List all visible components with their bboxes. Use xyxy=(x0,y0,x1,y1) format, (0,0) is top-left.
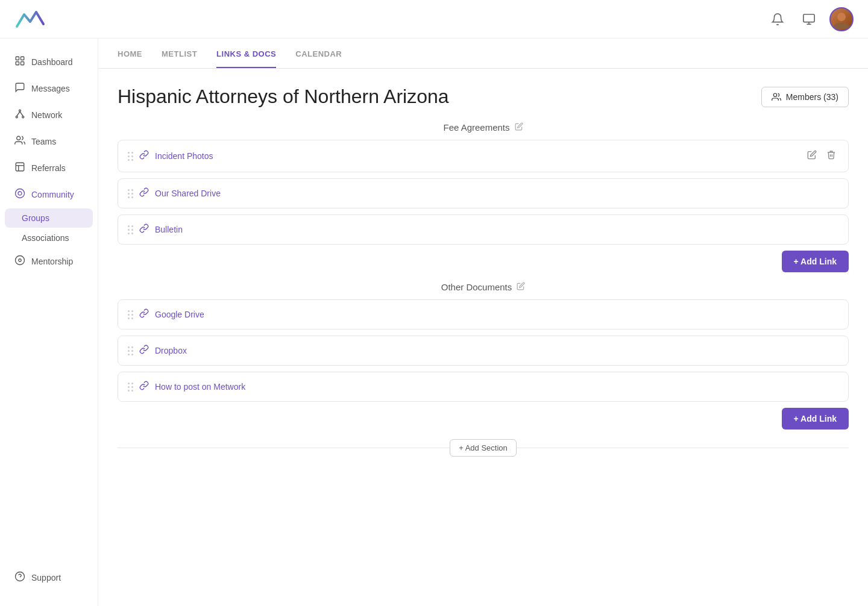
svg-point-3 xyxy=(837,13,846,21)
svg-rect-6 xyxy=(16,62,19,65)
link-google-drive-label: Google Drive xyxy=(155,310,204,319)
link-row-bulletin[interactable]: Bulletin xyxy=(118,214,849,245)
svg-line-12 xyxy=(20,111,23,116)
edit-link-button[interactable] xyxy=(805,149,819,163)
section-fee-agreements: Fee Agreements xyxy=(118,122,849,272)
link-row-our-shared-drive[interactable]: Our Shared Drive xyxy=(118,178,849,208)
link-row-left: Google Drive xyxy=(128,308,204,320)
link-chain-icon xyxy=(139,345,149,357)
app-logo[interactable] xyxy=(14,7,46,31)
tab-metlist[interactable]: METLIST xyxy=(162,39,197,68)
tab-navigation: HOME METLIST LINKS & DOCS CALENDAR xyxy=(98,39,868,69)
delete-link-button[interactable] xyxy=(824,149,838,163)
sidebar: Dashboard Messages xyxy=(0,39,98,606)
link-row-incident-photos[interactable]: Incident Photos xyxy=(118,140,849,172)
link-row-left: How to post on Metwork xyxy=(128,381,245,393)
messages-icon xyxy=(14,82,25,95)
sidebar-top: Dashboard Messages xyxy=(0,48,98,275)
svg-point-17 xyxy=(16,256,25,265)
teams-icon xyxy=(14,135,25,148)
link-row-left: Our Shared Drive xyxy=(128,187,221,199)
section-fee-agreements-edit-icon[interactable] xyxy=(515,122,523,133)
svg-point-18 xyxy=(19,259,22,262)
drag-handle[interactable] xyxy=(128,383,133,392)
add-link-button-1[interactable]: + Add Link xyxy=(782,251,849,272)
sidebar-bottom: Support xyxy=(0,564,98,596)
members-button[interactable]: Members (33) xyxy=(761,87,849,107)
sidebar-item-community[interactable]: Community xyxy=(5,182,93,207)
tab-home[interactable]: HOME xyxy=(118,39,142,68)
screen-button[interactable] xyxy=(798,8,820,30)
sidebar-network-label: Network xyxy=(31,110,62,120)
topnav-actions xyxy=(767,7,854,31)
page-title: Hispanic Attorneys of Northern Arizona xyxy=(118,86,449,108)
section-other-documents-header: Other Documents xyxy=(118,282,849,292)
link-row-left: Dropbox xyxy=(128,345,187,357)
sidebar-dashboard-label: Dashboard xyxy=(31,57,73,67)
tab-links-docs[interactable]: LINKS & DOCS xyxy=(216,39,276,68)
section-fee-agreements-label: Fee Agreements xyxy=(443,122,509,133)
add-section-button[interactable]: + Add Section xyxy=(450,439,517,457)
svg-point-21 xyxy=(773,93,776,96)
svg-point-15 xyxy=(16,189,25,198)
svg-point-16 xyxy=(18,192,22,195)
main-layout: Dashboard Messages xyxy=(0,39,868,606)
members-button-label: Members (33) xyxy=(786,92,838,102)
svg-rect-4 xyxy=(16,57,19,60)
sidebar-teams-label: Teams xyxy=(31,137,56,146)
referrals-icon xyxy=(14,161,25,175)
svg-rect-5 xyxy=(21,57,24,60)
top-navigation xyxy=(0,0,868,39)
sidebar-subitem-groups[interactable]: Groups xyxy=(5,208,93,228)
svg-line-11 xyxy=(17,111,20,116)
sidebar-item-teams[interactable]: Teams xyxy=(5,129,93,154)
sidebar-item-mentorship[interactable]: Mentorship xyxy=(5,249,93,274)
link-row-how-to-post[interactable]: How to post on Metwork xyxy=(118,372,849,402)
link-bulletin-label: Bulletin xyxy=(155,225,183,234)
section-other-documents-label: Other Documents xyxy=(441,282,512,292)
svg-point-19 xyxy=(16,572,25,581)
link-chain-icon xyxy=(139,308,149,320)
section-other-documents: Other Documents xyxy=(118,282,849,430)
link-row-actions xyxy=(805,149,838,163)
add-section-container: + Add Section xyxy=(118,439,849,457)
dashboard-icon xyxy=(14,55,25,69)
sidebar-item-referrals[interactable]: Referrals xyxy=(5,155,93,181)
add-link-button-2[interactable]: + Add Link xyxy=(782,408,849,430)
sidebar-community-label: Community xyxy=(31,190,74,199)
sidebar-associations-label: Associations xyxy=(22,233,69,243)
drag-handle[interactable] xyxy=(128,225,133,234)
tab-calendar[interactable]: CALENDAR xyxy=(295,39,342,68)
sidebar-support-label: Support xyxy=(31,573,61,583)
link-row-dropbox[interactable]: Dropbox xyxy=(118,336,849,366)
link-row-left: Bulletin xyxy=(128,223,183,236)
link-chain-icon xyxy=(139,187,149,199)
link-chain-icon xyxy=(139,381,149,393)
drag-handle[interactable] xyxy=(128,152,133,161)
page-content: Hispanic Attorneys of Northern Arizona M… xyxy=(98,69,868,483)
members-icon xyxy=(772,92,781,102)
add-link-container-2: + Add Link xyxy=(118,408,849,430)
drag-handle[interactable] xyxy=(128,310,133,319)
notification-button[interactable] xyxy=(767,8,788,30)
link-row-left: Incident Photos xyxy=(128,150,213,162)
sidebar-item-support[interactable]: Support xyxy=(5,565,93,590)
add-section-line-left xyxy=(118,448,450,448)
link-how-to-post-label: How to post on Metwork xyxy=(155,382,245,392)
sidebar-item-network[interactable]: Network xyxy=(5,102,93,128)
section-other-documents-edit-icon[interactable] xyxy=(517,282,525,292)
link-shared-drive-label: Our Shared Drive xyxy=(155,189,221,198)
drag-handle[interactable] xyxy=(128,346,133,355)
sidebar-item-messages[interactable]: Messages xyxy=(5,76,93,101)
add-link-btn-label-1: + Add Link xyxy=(794,257,837,266)
support-icon xyxy=(14,571,25,584)
sidebar-groups-label: Groups xyxy=(22,213,49,223)
sidebar-subitem-associations[interactable]: Associations xyxy=(5,228,93,248)
user-avatar[interactable] xyxy=(829,7,854,31)
sidebar-item-dashboard[interactable]: Dashboard xyxy=(5,49,93,75)
link-row-google-drive[interactable]: Google Drive xyxy=(118,299,849,330)
network-icon xyxy=(14,108,25,122)
link-dropbox-label: Dropbox xyxy=(155,346,187,355)
drag-handle[interactable] xyxy=(128,189,133,198)
mentorship-icon xyxy=(14,255,25,268)
